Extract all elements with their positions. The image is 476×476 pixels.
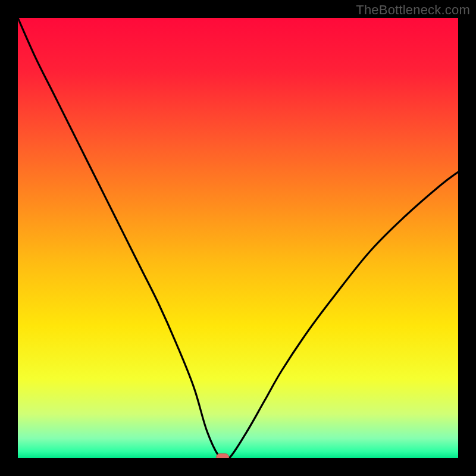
optimum-marker	[217, 454, 229, 462]
chart-frame: TheBottleneck.com	[0, 0, 476, 476]
chart-svg	[0, 0, 476, 476]
watermark-text: TheBottleneck.com	[356, 2, 470, 18]
plot-background	[18, 18, 458, 458]
